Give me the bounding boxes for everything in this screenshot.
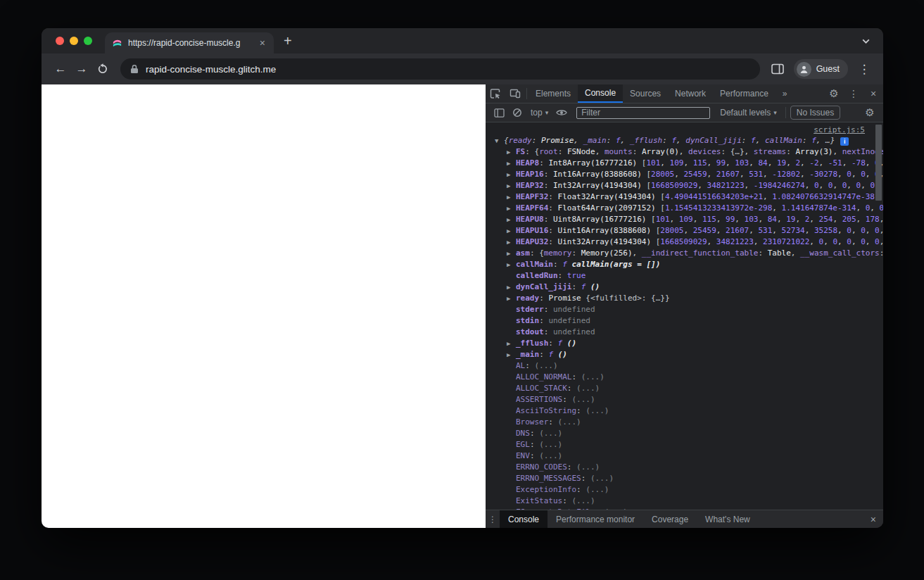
console-property-row[interactable]: ▶FS: {root: FSNode, mounts: Array(0), de… <box>486 146 883 158</box>
console-property-row[interactable]: stderr: undefined <box>486 304 883 315</box>
disclosure-triangle-icon[interactable]: ▶ <box>507 349 516 360</box>
disclosure-triangle-icon[interactable]: ▶ <box>507 146 516 158</box>
disclosure-triangle-icon[interactable]: ▶ <box>507 237 516 248</box>
disclosure-triangle-icon[interactable]: ▶ <box>507 293 516 304</box>
console-property-row[interactable]: ▶HEAPF64: Float64Array(2097152) [1.15454… <box>486 203 883 214</box>
drawer-tab-whats-new[interactable]: What's New <box>697 510 759 528</box>
drawer-close-button[interactable]: × <box>863 510 883 528</box>
more-tabs-button[interactable]: » <box>776 84 795 103</box>
console-property-row[interactable]: ALLOC_NORMAL: (...) <box>486 372 883 383</box>
devtools-settings-button[interactable]: ⚙ <box>824 84 844 103</box>
console-property-row[interactable]: AL: (...) <box>486 360 883 372</box>
console-property-row[interactable]: ERRNO_MESSAGES: (...) <box>486 473 883 484</box>
console-property-row[interactable]: Browser: (...) <box>486 417 883 428</box>
console-property-row[interactable]: DNS: (...) <box>486 428 883 439</box>
disclosure-triangle-icon[interactable]: ▶ <box>507 158 516 169</box>
console-property-row[interactable]: ▶asm: {memory: Memory(256), __indirect_f… <box>486 248 883 259</box>
tab-strip-chevron-icon[interactable] <box>861 38 871 44</box>
devtools-menu-button[interactable]: ⋮ <box>844 84 863 103</box>
address-bar[interactable]: rapid-concise-muscle.glitch.me <box>120 58 760 80</box>
tab-close-icon[interactable]: × <box>257 37 268 49</box>
lock-icon[interactable] <box>130 64 139 74</box>
clear-console-button[interactable] <box>508 108 526 118</box>
console-property-row[interactable]: AsciiToString: (...) <box>486 405 883 417</box>
devtools-tab-sources[interactable]: Sources <box>623 84 668 103</box>
browser-tab[interactable]: https://rapid-concise-muscle.g × <box>105 32 274 53</box>
log-levels-selector[interactable]: Default levels ▾ <box>716 108 781 118</box>
console-property-row[interactable]: ▶HEAPU16: Uint16Array(8388608) [28005, 2… <box>486 225 883 237</box>
console-text-segment: devices <box>688 147 721 156</box>
disclosure-triangle-icon[interactable]: ▶ <box>507 225 516 237</box>
console-property-row[interactable]: ▶HEAP8: Int8Array(16777216) [101, 109, 1… <box>486 158 883 169</box>
issues-button[interactable]: No Issues <box>790 106 840 120</box>
forward-button[interactable]: → <box>71 58 92 80</box>
drawer-tab-coverage[interactable]: Coverage <box>643 510 697 528</box>
minimize-window-button[interactable] <box>70 37 78 45</box>
console-settings-button[interactable]: ⚙ <box>861 106 879 119</box>
disclosure-triangle-icon[interactable]: ▶ <box>507 180 516 191</box>
drawer-tab-console[interactable]: Console <box>500 510 548 528</box>
devtools-tab-performance[interactable]: Performance <box>713 84 776 103</box>
console-property-row[interactable]: stdin: undefined <box>486 315 883 327</box>
console-text-segment: (...) <box>571 496 595 505</box>
console-sidebar-button[interactable] <box>490 108 508 118</box>
disclosure-triangle-icon[interactable]: ▼ <box>495 135 504 146</box>
console-property-row[interactable]: ASSERTIONS: (...) <box>486 394 883 405</box>
reload-button[interactable] <box>92 58 113 80</box>
console-text-segment: , <box>707 158 716 168</box>
console-property-row[interactable]: ▶HEAPF32: Float32Array(4194304) [4.49044… <box>486 191 883 203</box>
console-text-segment: , <box>763 192 772 201</box>
disclosure-triangle-icon[interactable]: ▶ <box>507 282 516 293</box>
console-property-row[interactable]: EGL: (...) <box>486 439 883 450</box>
console-property-row[interactable]: ExceptionInfo: (...) <box>486 484 883 496</box>
devtools-tab-network[interactable]: Network <box>668 84 713 103</box>
console-property-row[interactable]: ERRNO_CODES: (...) <box>486 462 883 473</box>
side-panel-button[interactable] <box>767 58 788 80</box>
console-property-row[interactable]: ENV: (...) <box>486 450 883 462</box>
console-property-row[interactable]: ExitStatus: (...) <box>486 496 883 507</box>
devtools-tab-elements[interactable]: Elements <box>529 84 578 103</box>
devtools-tab-console[interactable]: Console <box>578 84 623 103</box>
console-property-row[interactable]: stdout: undefined <box>486 327 883 338</box>
console-message-preview[interactable]: ▼{ready: Promise, _main: f, _fflush: f, … <box>486 135 883 146</box>
close-window-button[interactable] <box>56 37 64 45</box>
console-property-row[interactable]: ▶HEAP16: Int16Array(8388608) [28005, 254… <box>486 169 883 180</box>
scrollbar-thumb[interactable] <box>875 125 882 201</box>
drawer-menu-button[interactable]: ⋮ <box>486 510 500 528</box>
console-property-row[interactable]: ▶_main: f () <box>486 349 883 360</box>
disclosure-triangle-icon[interactable]: ▶ <box>507 214 516 225</box>
console-property-row[interactable]: ALLOC_STACK: (...) <box>486 383 883 394</box>
drawer-tab-performance-monitor[interactable]: Performance monitor <box>548 510 643 528</box>
console-messages[interactable]: script.js:5 ▼{ready: Promise, _main: f, … <box>486 122 883 510</box>
console-property-row[interactable]: ▶dynCall_jiji: f () <box>486 282 883 293</box>
disclosure-triangle-icon[interactable]: ▶ <box>507 191 516 203</box>
disclosure-triangle-icon[interactable]: ▶ <box>507 248 516 259</box>
console-property-row[interactable]: ▶HEAP32: Int32Array(4194304) [1668509029… <box>486 180 883 191</box>
console-property-row[interactable]: ▶HEAPU32: Uint32Array(4194304) [16685090… <box>486 237 883 248</box>
console-property-row[interactable]: ▶ready: Promise {<fulfilled>: {…}} <box>486 293 883 304</box>
console-property-row[interactable]: ▶_fflush: f () <box>486 338 883 349</box>
console-text-segment: Array(3) <box>795 147 833 156</box>
console-text-segment: , <box>852 237 861 246</box>
console-property-row[interactable]: ▶HEAPU8: Uint8Array(16777216) [101, 109,… <box>486 214 883 225</box>
console-property-row[interactable]: calledRun: true <box>486 270 883 282</box>
maximize-window-button[interactable] <box>84 37 92 45</box>
console-property-row[interactable]: ▶callMain: f callMain(args = []) <box>486 259 883 270</box>
disclosure-triangle-icon[interactable]: ▶ <box>507 203 516 214</box>
live-expression-button[interactable] <box>552 108 571 117</box>
filter-input[interactable] <box>576 107 710 119</box>
disclosure-triangle-icon[interactable]: ▶ <box>507 338 516 349</box>
browser-menu-button[interactable]: ⋮ <box>854 58 875 80</box>
device-toolbar-button[interactable] <box>505 84 525 103</box>
disclosure-triangle-icon[interactable]: ▶ <box>507 259 516 270</box>
javascript-context-selector[interactable]: top ▾ <box>526 108 552 118</box>
disclosure-triangle-icon[interactable]: ▶ <box>507 169 516 180</box>
inspect-element-button[interactable] <box>486 84 505 103</box>
console-property-row[interactable]: FS_createDataFile: (...) <box>486 507 883 510</box>
info-badge-icon[interactable]: i <box>840 137 849 146</box>
devtools-close-button[interactable]: × <box>863 84 883 103</box>
back-button[interactable]: ← <box>50 58 71 80</box>
profile-chip[interactable]: Guest <box>794 59 848 79</box>
new-tab-button[interactable]: + <box>284 34 292 48</box>
source-link[interactable]: script.js:5 <box>814 125 865 134</box>
